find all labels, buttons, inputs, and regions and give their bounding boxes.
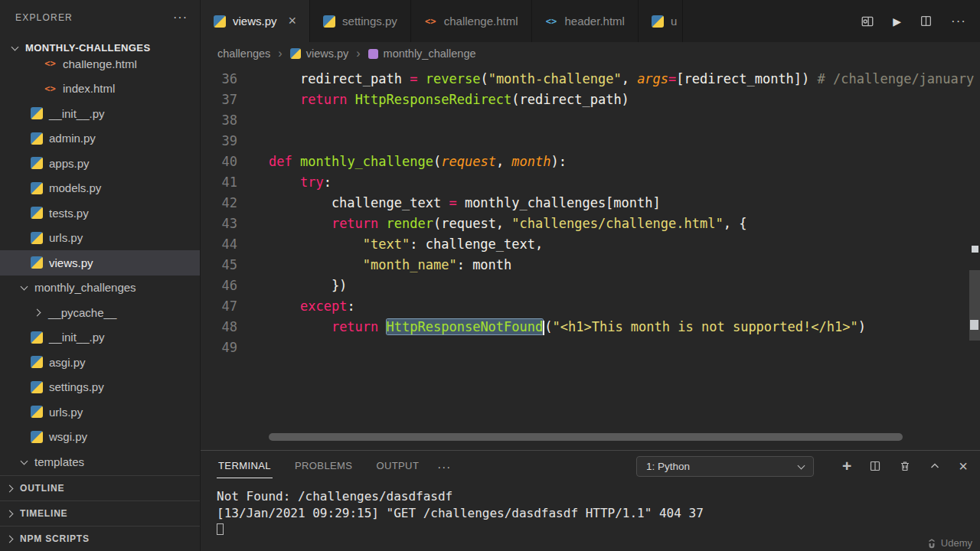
code-line[interactable]: 49 xyxy=(201,337,980,358)
scrollbar-thumb[interactable] xyxy=(969,270,980,341)
section-timeline[interactable]: TIMELINE xyxy=(0,500,200,526)
close-icon[interactable]: × xyxy=(289,13,297,29)
breadcrumb-item[interactable]: views.py xyxy=(290,47,349,60)
file-name: templates xyxy=(34,455,84,468)
code-token: = xyxy=(668,71,676,86)
code-editor[interactable]: 36 redirect_path = reverse("month-challe… xyxy=(201,65,980,450)
code-line[interactable]: 48 return HttpResponseNotFound("<h1>This… xyxy=(201,317,980,337)
shell-selector[interactable]: 1: Python xyxy=(636,456,814,477)
file-name: apps.py xyxy=(49,157,90,170)
terminal-tab-terminal[interactable]: TERMINAL xyxy=(217,455,273,478)
terminal-line: [13/Jan/2021 09:29:15] "GET /challenges/… xyxy=(217,505,980,522)
code-line[interactable]: 41 try: xyxy=(201,172,980,193)
code-token: def xyxy=(269,154,292,169)
terminal-tab-output[interactable]: OUTPUT xyxy=(374,455,420,478)
terminal-more-icon[interactable]: ··· xyxy=(437,460,451,473)
explorer-sidebar: EXPLORER ··· MONTHLY-CHALLENGES <>challe… xyxy=(0,0,201,551)
breadcrumb-item[interactable]: challenges xyxy=(217,47,270,60)
code-line[interactable]: 40def monthly_challenge(request, month): xyxy=(201,152,980,172)
tree-folder-monthly-challenges[interactable]: monthly_challenges xyxy=(0,276,200,301)
tab-header-html[interactable]: <>header.html xyxy=(532,0,639,42)
code-token: ( xyxy=(480,71,488,86)
code-token xyxy=(378,319,386,334)
tree-file-init-py[interactable]: __init__.py xyxy=(0,101,200,126)
maximize-panel-icon[interactable] xyxy=(929,460,941,472)
breadcrumb-item[interactable]: monthly_challenge xyxy=(368,47,476,60)
kill-terminal-icon[interactable] xyxy=(899,460,911,472)
tree-file-urls-py[interactable]: urls.py xyxy=(0,226,200,251)
open-preview-icon[interactable] xyxy=(861,15,874,28)
terminal-tab-problems[interactable]: PROBLEMS xyxy=(293,455,354,478)
python-file-icon xyxy=(31,157,43,169)
code-text: except: xyxy=(237,296,355,317)
terminal-cursor xyxy=(217,523,224,535)
code-line[interactable]: 37 return HttpResponseRedirect(redirect_… xyxy=(201,90,980,110)
editor-tabbar: views.py×settings.py<>challenge.html<>he… xyxy=(201,0,980,42)
code-text xyxy=(237,337,269,358)
explorer-more-icon[interactable]: ··· xyxy=(173,11,188,24)
file-name: asgi.py xyxy=(49,356,86,369)
tab-label: views.py xyxy=(233,15,277,28)
run-file-icon[interactable]: ▶ xyxy=(893,15,901,28)
code-line[interactable]: 39 xyxy=(201,131,980,152)
code-lines: 36 redirect_path = reverse("month-challe… xyxy=(201,69,980,358)
symbol-method-icon xyxy=(368,49,378,59)
html-file-icon: <> xyxy=(44,60,57,69)
tree-file-asgi-py[interactable]: asgi.py xyxy=(0,350,200,375)
tree-folder-templates[interactable]: templates xyxy=(0,449,200,474)
split-editor-icon[interactable] xyxy=(920,15,933,28)
udemy-watermark-text: Udemy xyxy=(941,537,972,549)
horizontal-scrollbar[interactable] xyxy=(269,433,903,441)
tree-file-tests-py[interactable]: tests.py xyxy=(0,201,200,226)
tree-file-init-py[interactable]: __init__.py xyxy=(0,325,200,350)
section-npm-scripts[interactable]: NPM SCRIPTS xyxy=(0,526,200,551)
tree-file-models-py[interactable]: models.py xyxy=(0,176,200,201)
code-token xyxy=(417,71,425,86)
more-actions-icon[interactable]: ··· xyxy=(951,14,966,29)
tab-settings-py[interactable]: settings.py xyxy=(310,0,411,42)
match-marker xyxy=(972,246,978,253)
code-line[interactable]: 38 xyxy=(201,110,980,131)
code-line[interactable]: 36 redirect_path = reverse("month-challe… xyxy=(201,69,980,90)
tree-file-index-html[interactable]: <>index.html xyxy=(0,77,200,102)
new-terminal-icon[interactable]: + xyxy=(842,457,851,475)
tree-file-urls-py[interactable]: urls.py xyxy=(0,399,200,425)
close-panel-icon[interactable]: × xyxy=(959,458,968,475)
tab-views-py[interactable]: views.py× xyxy=(201,0,310,42)
code-line[interactable]: 45 "month_name": month xyxy=(201,255,980,276)
python-file-icon xyxy=(31,107,43,119)
code-line[interactable]: 47 except: xyxy=(201,296,980,317)
code-line[interactable]: 42 challenge_text = monthly_challenges[m… xyxy=(201,193,980,214)
tab-u[interactable]: u xyxy=(639,0,683,42)
code-token: = xyxy=(449,195,456,210)
terminal-output[interactable]: Not Found: /challenges/dasdfasdf[13/Jan/… xyxy=(201,481,980,551)
chevron-down-icon xyxy=(20,283,28,292)
tree-folder-pycache[interactable]: __pycache__ xyxy=(0,300,200,325)
match-marker xyxy=(970,320,978,330)
python-file-icon xyxy=(31,356,43,368)
tree-file-wsgi-py[interactable]: wsgi.py xyxy=(0,425,200,450)
python-file-icon xyxy=(31,232,43,244)
file-name: settings.py xyxy=(49,380,104,393)
code-line[interactable]: 44 "text": challenge_text, xyxy=(201,234,980,255)
tree-file-challenge-html[interactable]: <>challenge.html xyxy=(0,60,200,77)
code-line[interactable]: 43 return render(request, "challenges/ch… xyxy=(201,214,980,234)
code-line[interactable]: 46 }) xyxy=(201,276,980,296)
tree-file-admin-py[interactable]: admin.py xyxy=(0,126,200,152)
code-text: "text": challenge_text, xyxy=(237,234,543,255)
html-file-icon: <> xyxy=(44,83,57,94)
tab-challenge-html[interactable]: <>challenge.html xyxy=(411,0,532,42)
python-file-icon xyxy=(31,381,43,393)
tree-file-settings-py[interactable]: settings.py xyxy=(0,375,200,400)
file-name: urls.py xyxy=(49,231,83,244)
line-number: 46 xyxy=(201,276,237,296)
project-section-header[interactable]: MONTHLY-CHALLENGES xyxy=(0,35,200,60)
section-outline[interactable]: OUTLINE xyxy=(0,475,200,500)
file-name: wsgi.py xyxy=(49,430,87,443)
code-token xyxy=(269,174,300,190)
tree-file-apps-py[interactable]: apps.py xyxy=(0,151,200,176)
tree-file-views-py[interactable]: views.py xyxy=(0,250,200,276)
split-terminal-icon[interactable] xyxy=(869,460,881,472)
vertical-scrollbar[interactable] xyxy=(969,65,980,450)
line-number: 40 xyxy=(201,152,237,172)
